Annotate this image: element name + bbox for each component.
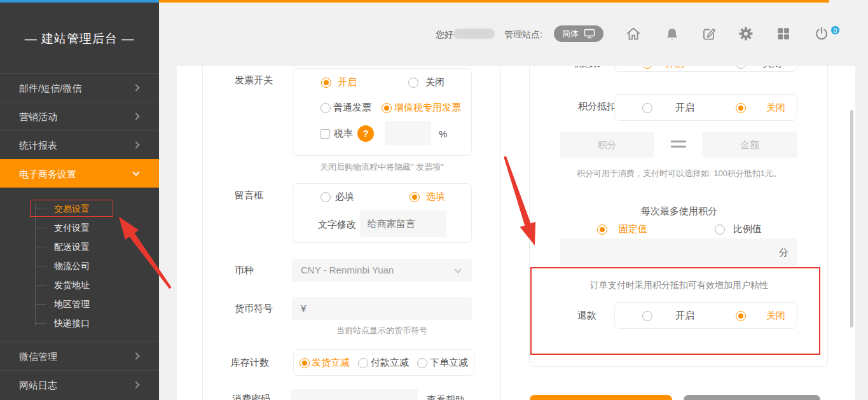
- invoice-on-radio[interactable]: [321, 78, 331, 88]
- notification-badge: 0: [830, 25, 840, 35]
- sidebar-item-site-logs[interactable]: 网站日志: [0, 370, 159, 400]
- coupon-off-radio[interactable]: [736, 66, 746, 69]
- sidebar-item-marketing[interactable]: 营销活动: [0, 102, 159, 130]
- grid-icon[interactable]: [775, 25, 792, 42]
- invoice-vat-radio[interactable]: [382, 103, 392, 113]
- fixed-value-radio[interactable]: [597, 224, 607, 235]
- refund-on-radio[interactable]: [642, 311, 652, 321]
- max-points-title: 每次最多使用积分: [530, 205, 828, 217]
- redacted-username: [453, 29, 495, 39]
- refund-off-radio[interactable]: [736, 311, 746, 321]
- sidebar-item-ecommerce-settings[interactable]: 电子商务设置: [0, 159, 159, 188]
- chevron-right-icon: [132, 113, 139, 120]
- points-deduct-on-radio[interactable]: [642, 103, 652, 113]
- invoice-off-radio[interactable]: [408, 78, 418, 88]
- stock-pay-label: 付款立减: [371, 357, 409, 369]
- sidebar-subitem-region-management[interactable]: 地区管理: [0, 294, 159, 314]
- ratio-value-radio[interactable]: [715, 224, 725, 235]
- percent-label: %: [439, 128, 447, 139]
- pay-password-input[interactable]: [291, 389, 418, 400]
- home-icon[interactable]: [625, 25, 642, 42]
- manage-site-label: 管理站点:: [504, 27, 542, 42]
- sidebar-title: — 建站管理后台 —: [0, 31, 159, 47]
- amount-input[interactable]: 金额: [702, 132, 797, 158]
- points-deduct-on-label: 开启: [675, 102, 694, 114]
- chevron-right-icon: [132, 352, 139, 359]
- refund-help-text: 订单支付时采用积分抵扣可有效增加用户粘性: [530, 280, 828, 291]
- stock-ship-label: 发货立减: [312, 357, 350, 369]
- equals-icon: [671, 137, 686, 151]
- sidebar-item-wechat-management[interactable]: 微信管理: [0, 341, 159, 370]
- points-unit-label: 分: [779, 247, 789, 258]
- currency-symbol-label: 货币符号: [235, 303, 273, 315]
- sidebar-subitem-logistics-company[interactable]: 物流公司: [0, 256, 159, 275]
- invoice-help-text: 关闭后购物流程中将隐藏" 发票项": [292, 162, 472, 173]
- message-text-input[interactable]: 给商家留言: [360, 210, 446, 237]
- view-help-link[interactable]: 查看帮助: [427, 394, 465, 400]
- ratio-value-label: 比例值: [733, 223, 762, 235]
- gear-icon[interactable]: [738, 25, 754, 42]
- stock-order-label: 下单立减: [430, 357, 468, 369]
- language-pill[interactable]: 简体: [554, 25, 603, 42]
- invoice-switch-group: 开启 关闭 普通发票 增值税专用发票 税率 ? %: [292, 68, 472, 156]
- stock-count-label: 库存计数: [231, 357, 269, 369]
- bell-icon[interactable]: [664, 25, 680, 42]
- currency-symbol-input[interactable]: ¥: [292, 297, 472, 320]
- message-optional-radio[interactable]: [410, 192, 420, 202]
- primary-action-button[interactable]: [530, 395, 672, 400]
- admin-page: — 建站管理后台 — 邮件/短信/微信 营销活动 统计报表 电子商务设置 交易设…: [0, 0, 868, 400]
- message-required-label: 必填: [335, 191, 354, 203]
- points-deduct-off-radio[interactable]: [736, 103, 746, 113]
- chevron-right-icon: [132, 84, 139, 91]
- stock-pay-radio[interactable]: [358, 358, 368, 368]
- topbar: 您好 管理站点: 简体 0: [159, 3, 868, 66]
- currency-value: CNY - Renminbi Yuan: [301, 265, 394, 275]
- monitor-icon: [584, 29, 596, 39]
- stock-order-radio[interactable]: [417, 358, 427, 368]
- coupon-on-radio[interactable]: [642, 66, 652, 69]
- sidebar-item-reports[interactable]: 统计报表: [0, 130, 159, 159]
- chevron-right-icon: [132, 141, 139, 148]
- message-optional-label: 选填: [426, 191, 445, 203]
- coupon-label: 优惠券: [574, 66, 602, 69]
- pay-password-label: 消费密码: [232, 393, 270, 400]
- sidebar-item-label: 微信管理: [19, 351, 57, 362]
- refund-group: 开启 关闭: [614, 302, 797, 329]
- currency-select[interactable]: CNY - Renminbi Yuan: [292, 259, 472, 282]
- stock-count-group: 发货立减 付款立减 下单立减: [293, 349, 474, 376]
- sidebar-item-label: 统计报表: [19, 140, 57, 151]
- secondary-action-button[interactable]: [684, 395, 820, 400]
- power-icon[interactable]: [813, 25, 830, 42]
- sidebar-item-mail-sms-wechat[interactable]: 邮件/短信/微信: [0, 73, 159, 102]
- edit-icon[interactable]: [701, 25, 717, 42]
- greeting-text: 您好: [436, 27, 453, 42]
- message-required-radio[interactable]: [320, 192, 331, 202]
- sidebar-subitem-payment-settings[interactable]: 支付设置: [0, 218, 159, 237]
- chevron-down-icon: [132, 169, 139, 176]
- max-points-input[interactable]: 分: [560, 238, 797, 266]
- sidebar-subitem-delivery-settings[interactable]: 配送设置: [0, 237, 159, 256]
- currency-label: 币种: [235, 265, 254, 277]
- message-box-label: 留言框: [235, 190, 263, 202]
- coupon-off-label: 关闭: [762, 66, 782, 70]
- tax-rate-input[interactable]: [385, 121, 431, 146]
- tax-rate-checkbox[interactable]: [320, 129, 330, 139]
- invoice-on-label: 开启: [338, 76, 357, 88]
- sidebar-item-label: 邮件/短信/微信: [19, 83, 81, 93]
- refund-label: 退款: [577, 310, 596, 322]
- invoice-normal-radio[interactable]: [320, 103, 331, 113]
- points-input[interactable]: 积分: [560, 132, 654, 158]
- chevron-down-icon: [454, 266, 461, 273]
- sidebar-subitem-express-api[interactable]: 快递接口: [0, 314, 159, 333]
- stock-ship-radio[interactable]: [300, 358, 310, 368]
- vertical-scrollbar-thumb[interactable]: [850, 110, 853, 328]
- invoice-switch-label: 发票开关: [235, 74, 273, 86]
- sidebar-subitem-shipping-address[interactable]: 发货地址: [0, 275, 159, 294]
- invoice-normal-label: 普通发票: [333, 102, 371, 114]
- sidebar-subitem-trade-settings[interactable]: 交易设置: [0, 199, 159, 218]
- message-box-group: 必填 选填 文字修改 给商家留言: [292, 183, 472, 243]
- currency-symbol-help: 当前站点显示的货币符号: [292, 325, 472, 336]
- invoice-vat-label: 增值税专用发票: [394, 102, 461, 114]
- points-deduct-off-label: 关闭: [766, 102, 785, 114]
- help-question-icon[interactable]: ?: [357, 125, 374, 142]
